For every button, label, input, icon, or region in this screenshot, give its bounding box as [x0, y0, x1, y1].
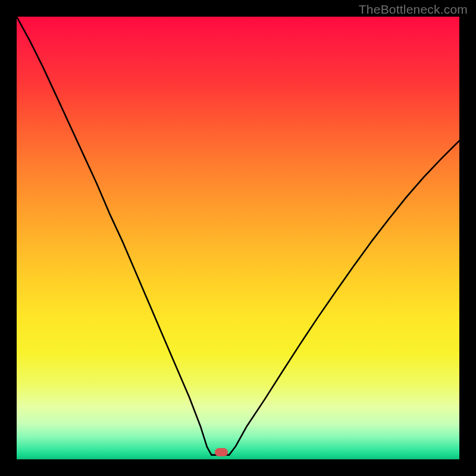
chart-frame: TheBottleneck.com — [0, 0, 476, 476]
plot-area — [17, 17, 459, 459]
bottleneck-curve — [17, 17, 459, 455]
curve-svg — [17, 17, 459, 459]
trough-marker — [215, 448, 228, 456]
watermark-text: TheBottleneck.com — [359, 2, 468, 17]
